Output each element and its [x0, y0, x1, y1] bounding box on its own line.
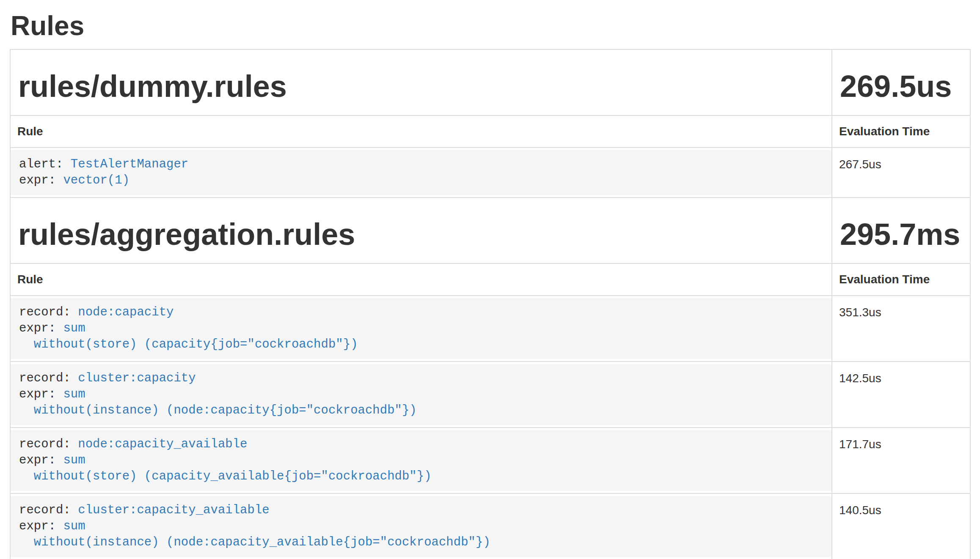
- rule-group-file: rules/aggregation.rules: [18, 217, 825, 251]
- evaluation-time-column-header: Evaluation Time: [832, 263, 970, 296]
- rule-group-file-cell: rules/dummy.rules: [10, 49, 832, 115]
- rule-code-key: expr:: [19, 321, 56, 335]
- evaluation-time-column-header: Evaluation Time: [832, 115, 970, 148]
- rule-evaluation-time: 171.7us: [832, 427, 970, 493]
- rule-row: record: cluster:capacity_available expr:…: [10, 493, 970, 559]
- rule-code-key: expr:: [19, 453, 56, 467]
- rule-group-time-cell: 295.7ms: [832, 197, 970, 263]
- rule-evaluation-time: 142.5us: [832, 362, 970, 427]
- rule-evaluation-time: 351.3us: [832, 296, 970, 362]
- rule-evaluation-time: 140.5us: [832, 493, 970, 559]
- column-header-row: RuleEvaluation Time: [10, 263, 970, 296]
- rule-code-value-link[interactable]: TestAlertManager: [71, 157, 188, 171]
- rule-evaluation-time: 267.5us: [832, 148, 970, 197]
- rule-code-key: alert:: [19, 157, 63, 171]
- rule-cell: alert: TestAlertManager expr: vector(1): [10, 148, 832, 197]
- rule-cell: record: cluster:capacity_available expr:…: [10, 493, 832, 559]
- rule-code-block: record: node:capacity_available expr: su…: [11, 430, 831, 491]
- rule-code-block: alert: TestAlertManager expr: vector(1): [11, 150, 831, 195]
- column-header-row: RuleEvaluation Time: [10, 115, 970, 148]
- rule-cell: record: cluster:capacity expr: sum witho…: [10, 362, 832, 427]
- rule-group-file-cell: rules/aggregation.rules: [10, 197, 832, 263]
- rule-code-value-link[interactable]: cluster:capacity: [78, 371, 195, 385]
- rule-code-value-link[interactable]: vector(1): [63, 173, 129, 187]
- rule-code-value-link[interactable]: node:capacity_available: [78, 437, 247, 451]
- rule-code-key: record:: [19, 305, 71, 319]
- rule-code-value-link[interactable]: node:capacity: [78, 305, 173, 319]
- page-title: Rules: [11, 11, 970, 41]
- rule-code-key: expr:: [19, 387, 56, 401]
- rule-group-header-row: rules/dummy.rules269.5us: [10, 49, 970, 115]
- rule-code-value-link[interactable]: without(store) (capacity_available{job="…: [19, 469, 432, 483]
- rule-group-header-row: rules/aggregation.rules295.7ms: [10, 197, 970, 263]
- rule-cell: record: node:capacity_available expr: su…: [10, 427, 832, 493]
- rule-group-time-cell: 269.5us: [832, 49, 970, 115]
- rule-group-file: rules/dummy.rules: [18, 69, 825, 103]
- rule-code-value-link[interactable]: sum: [63, 519, 85, 533]
- rule-code-value-link[interactable]: cluster:capacity_available: [78, 503, 269, 517]
- rule-code-value-link[interactable]: sum: [63, 387, 85, 401]
- rule-row: record: node:capacity_available expr: su…: [10, 427, 970, 493]
- rules-page: Rules rules/dummy.rules269.5usRuleEvalua…: [10, 11, 970, 559]
- rule-code-key: record:: [19, 437, 71, 451]
- rule-code-key: record:: [19, 503, 71, 517]
- rule-group-evaluation-time: 295.7ms: [840, 217, 963, 251]
- rule-row: record: cluster:capacity expr: sum witho…: [10, 362, 970, 427]
- rule-group-evaluation-time: 269.5us: [840, 69, 963, 103]
- rule-cell: record: node:capacity expr: sum without(…: [10, 296, 832, 362]
- rule-column-header: Rule: [10, 115, 832, 148]
- rule-code-key: record:: [19, 371, 71, 385]
- rule-row: alert: TestAlertManager expr: vector(1)2…: [10, 148, 970, 197]
- rules-table: rules/dummy.rules269.5usRuleEvaluation T…: [10, 49, 971, 559]
- rule-code-value-link[interactable]: without(instance) (node:capacity_availab…: [19, 535, 490, 549]
- rule-code-block: record: cluster:capacity expr: sum witho…: [11, 364, 831, 425]
- rule-code-block: record: node:capacity expr: sum without(…: [11, 298, 831, 359]
- rules-table-body: rules/dummy.rules269.5usRuleEvaluation T…: [10, 49, 970, 559]
- rule-code-value-link[interactable]: without(instance) (node:capacity{job="co…: [19, 403, 417, 417]
- rule-code-key: expr:: [19, 173, 56, 187]
- rule-code-key: expr:: [19, 519, 56, 533]
- rule-code-value-link[interactable]: sum: [63, 321, 85, 335]
- rule-row: record: node:capacity expr: sum without(…: [10, 296, 970, 362]
- rule-code-value-link[interactable]: without(store) (capacity{job="cockroachd…: [19, 337, 358, 351]
- rule-code-value-link[interactable]: sum: [63, 453, 85, 467]
- rule-code-block: record: cluster:capacity_available expr:…: [11, 496, 831, 557]
- rule-column-header: Rule: [10, 263, 832, 296]
